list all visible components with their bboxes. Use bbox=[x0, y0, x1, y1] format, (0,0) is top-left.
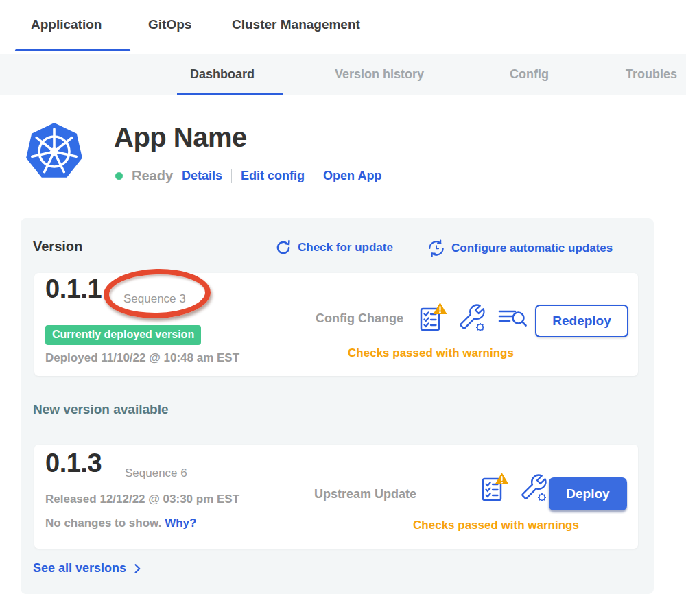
checks-status-current: Checks passed with warnings bbox=[318, 346, 544, 360]
see-all-versions-link[interactable]: See all versions bbox=[33, 561, 144, 576]
version-panel: Version Check for update Configure autom… bbox=[21, 218, 654, 594]
edit-config-link[interactable]: Edit config bbox=[241, 169, 305, 183]
open-app-link[interactable]: Open App bbox=[323, 169, 381, 183]
version-heading: Version bbox=[33, 239, 82, 254]
wrench-gear-icon[interactable] bbox=[519, 473, 548, 503]
active-subtab-underline bbox=[177, 93, 283, 95]
new-version-number: 0.1.3 bbox=[45, 449, 102, 478]
tab-dashboard[interactable]: Dashboard bbox=[190, 67, 255, 82]
tab-cluster-management[interactable]: Cluster Management bbox=[232, 17, 360, 32]
check-for-update-button[interactable]: Check for update bbox=[274, 239, 393, 257]
details-link[interactable]: Details bbox=[182, 169, 222, 183]
active-tab-underline bbox=[15, 49, 130, 51]
redeploy-button[interactable]: Redeploy bbox=[535, 305, 628, 337]
current-version-sequence: Sequence 3 bbox=[123, 292, 186, 306]
page-title: App Name bbox=[114, 122, 247, 153]
current-version-number: 0.1.1 bbox=[45, 274, 102, 304]
preflight-checklist-warning-icon[interactable] bbox=[417, 302, 447, 333]
tab-troubleshoot[interactable]: Troubles bbox=[626, 67, 677, 82]
divider bbox=[231, 169, 232, 183]
see-all-versions-label: See all versions bbox=[33, 561, 126, 576]
tab-version-history[interactable]: Version history bbox=[335, 67, 424, 82]
refresh-icon bbox=[274, 239, 292, 257]
secondary-nav: Dashboard Version history Config Trouble… bbox=[0, 54, 686, 95]
status-ready-dot-icon bbox=[115, 172, 123, 180]
tab-application[interactable]: Application bbox=[31, 17, 102, 32]
app-status-row: Ready Details Edit config Open App bbox=[115, 166, 381, 185]
auto-update-clock-icon bbox=[427, 239, 446, 258]
configure-automatic-updates-label: Configure automatic updates bbox=[451, 241, 613, 255]
tab-gitops[interactable]: GitOps bbox=[148, 17, 191, 32]
new-version-available-heading: New version available bbox=[33, 402, 169, 417]
released-timestamp: Released 12/12/22 @ 03:30 pm EST bbox=[45, 493, 239, 506]
current-version-card: 0.1.1 Sequence 3 Currently deployed vers… bbox=[34, 273, 638, 376]
configure-automatic-updates-button[interactable]: Configure automatic updates bbox=[427, 239, 613, 258]
currently-deployed-badge: Currently deployed version bbox=[45, 325, 201, 345]
new-version-sequence: Sequence 6 bbox=[125, 466, 187, 480]
divider bbox=[314, 169, 314, 183]
deployed-timestamp: Deployed 11/10/22 @ 10:48 am EST bbox=[45, 351, 239, 365]
checks-status-new: Checks passed with warnings bbox=[391, 519, 601, 532]
new-version-card: 0.1.3 Sequence 6 Released 12/12/22 @ 03:… bbox=[34, 445, 638, 549]
why-link[interactable]: Why? bbox=[165, 517, 196, 530]
change-type-label: Upstream Update bbox=[314, 487, 416, 501]
no-changes-line: No changes to show. Why? bbox=[45, 517, 196, 530]
kubernetes-logo-icon bbox=[24, 121, 84, 182]
no-changes-text: No changes to show. bbox=[45, 517, 161, 530]
wrench-gear-icon[interactable] bbox=[458, 303, 486, 333]
check-for-update-label: Check for update bbox=[298, 241, 393, 254]
current-version-icons bbox=[417, 302, 528, 333]
tab-config[interactable]: Config bbox=[510, 67, 549, 82]
deploy-button[interactable]: Deploy bbox=[549, 477, 627, 510]
primary-nav: Application GitOps Cluster Management bbox=[0, 0, 686, 54]
change-type-label: Config Change bbox=[316, 311, 403, 326]
new-version-icons bbox=[479, 472, 548, 504]
status-label: Ready bbox=[132, 168, 173, 184]
file-search-icon[interactable] bbox=[497, 304, 528, 331]
chevron-right-icon bbox=[130, 562, 144, 576]
preflight-checklist-warning-icon[interactable] bbox=[479, 472, 509, 504]
